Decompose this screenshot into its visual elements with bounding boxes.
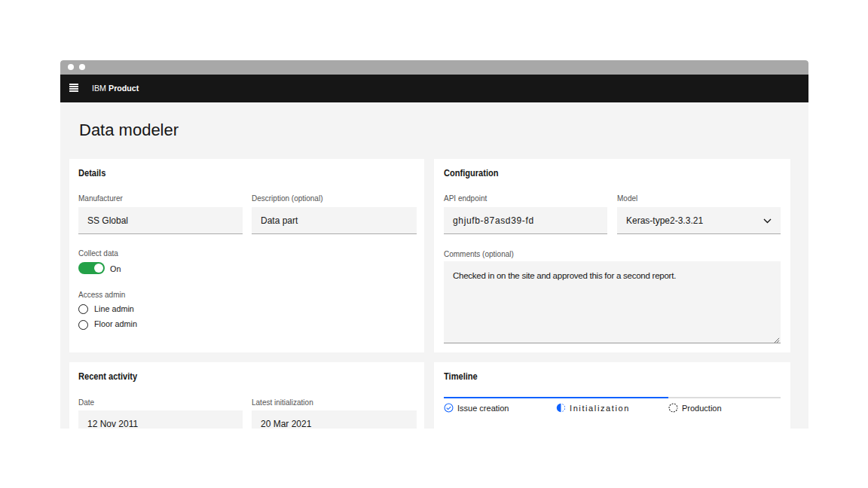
progress-step-label: Production [682,404,722,413]
progress-line [444,397,781,398]
page-title: Data modeler [79,121,179,139]
comments-textarea[interactable]: Checked in on the site and approved this… [444,261,781,343]
progress-step-label: Initialization [570,404,630,413]
timeline-card: Timeline Issue creation Initialization P… [434,362,790,429]
description-input[interactable]: Data part [252,207,417,234]
model-dropdown[interactable]: Keras-type2-3.3.21 [617,207,781,234]
recent-activity-card: Recent activity Date 12 Nov 2011 Latest … [69,362,424,429]
window-titlebar [60,60,808,75]
collect-data-label: Collect data [78,249,118,258]
description-label: Description (optional) [252,194,323,203]
window-control-dot-2[interactable] [79,64,85,70]
incomplete-icon [556,403,566,413]
configuration-card: Configuration API endpoint ghjufb-87asd3… [434,159,790,352]
textarea-resize-grip[interactable] [774,337,780,343]
toggle-state-text: On [110,264,121,273]
header-brand[interactable]: IBM Product [92,75,139,102]
collect-data-toggle[interactable] [78,262,105,274]
radio-line-admin-label: Line admin [94,304,134,313]
recent-activity-card-title: Recent activity [78,371,137,382]
access-admin-label: Access admin [78,291,125,299]
radio-floor-admin[interactable] [78,320,88,330]
model-label: Model [617,194,637,203]
latest-initialization-input[interactable]: 20 Mar 2021 [252,410,417,429]
api-endpoint-label: API endpoint [444,194,487,203]
app-header: IBM Product [60,75,808,102]
radio-floor-admin-label: Floor admin [94,319,137,328]
brand-prefix: IBM [92,84,106,93]
comments-label: Comments (optional) [444,250,514,258]
details-card-title: Details [78,167,105,178]
date-label: Date [78,398,94,407]
date-input[interactable]: 12 Nov 2011 [78,410,243,429]
progress-step-label: Issue creation [457,404,509,413]
brand-name: Product [108,84,139,93]
app-window: IBM Product Data modeler Details Manufac… [60,60,808,429]
manufacturer-label: Manufacturer [78,194,123,203]
window-control-dot-1[interactable] [68,64,74,70]
hamburger-menu-icon[interactable] [69,84,78,92]
manufacturer-input[interactable]: SS Global [78,207,243,234]
checkmark-outline-icon [444,403,454,413]
configuration-card-title: Configuration [444,167,499,178]
api-endpoint-input[interactable]: ghjufb-87asd39-fd [444,207,607,234]
toggle-knob [94,264,103,273]
details-card: Details Manufacturer SS Global Descripti… [69,159,424,352]
circle-dash-icon [668,403,678,413]
latest-initialization-label: Latest initialization [252,398,313,407]
chevron-down-icon [763,218,772,224]
radio-line-admin[interactable] [78,304,88,314]
progress-line-done [444,397,668,398]
timeline-card-title: Timeline [444,371,478,382]
